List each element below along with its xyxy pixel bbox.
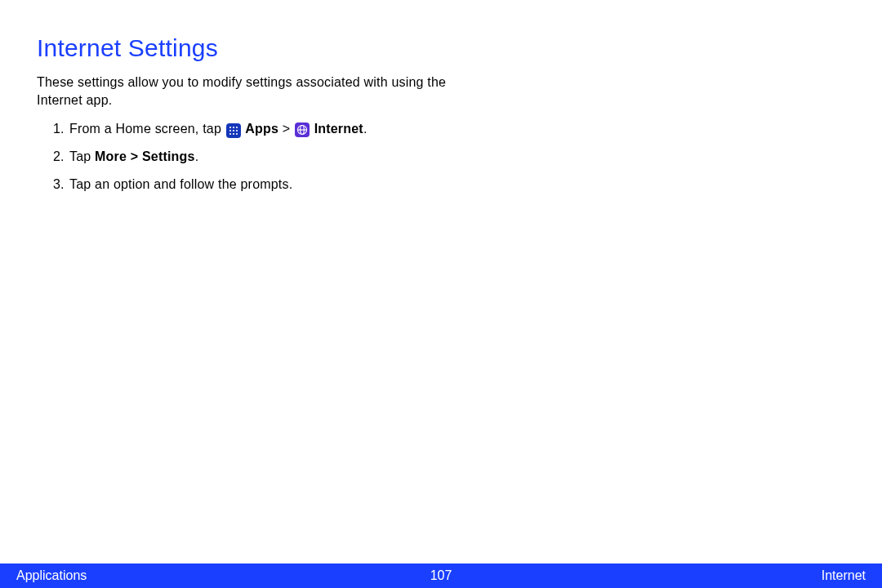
step-number: 3. (53, 176, 69, 194)
step-end: . (195, 149, 199, 163)
svg-point-2 (236, 127, 238, 128)
apps-icon (226, 123, 241, 138)
internet-icon (295, 122, 310, 137)
step-text: Tap an option and follow the prompts. (69, 177, 292, 191)
document-page: Internet Settings These settings allow y… (0, 0, 882, 588)
step-3: 3.Tap an option and follow the prompts. (53, 176, 845, 194)
content-area: Internet Settings These settings allow y… (0, 0, 882, 193)
footer-left: Applications (16, 568, 87, 583)
svg-point-1 (233, 127, 234, 128)
svg-point-7 (233, 133, 234, 135)
svg-point-5 (236, 130, 238, 131)
page-footer: Applications 107 Internet (0, 564, 882, 588)
step-end: . (363, 122, 368, 136)
svg-point-6 (229, 133, 231, 135)
internet-label: Internet (314, 122, 363, 136)
footer-right: Internet (822, 568, 866, 583)
step-1: 1.From a Home screen, tap Apps > Interne… (53, 120, 845, 138)
step-text-pre: Tap (69, 149, 95, 163)
apps-label: Apps (245, 122, 278, 136)
step-number: 1. (53, 120, 69, 138)
svg-point-4 (233, 130, 234, 131)
svg-point-8 (236, 133, 238, 135)
page-title: Internet Settings (37, 34, 845, 62)
step-separator: > (278, 122, 294, 136)
step-number: 2. (53, 148, 69, 166)
footer-page-number: 107 (430, 568, 452, 583)
svg-point-3 (229, 130, 231, 131)
intro-paragraph: These settings allow you to modify setti… (37, 74, 494, 109)
steps-list: 1.From a Home screen, tap Apps > Interne… (37, 120, 845, 193)
step-text-pre: From a Home screen, tap (69, 122, 225, 136)
svg-point-0 (229, 127, 231, 128)
step-2: 2.Tap More > Settings. (53, 148, 845, 166)
more-settings-label: More > Settings (95, 149, 195, 163)
